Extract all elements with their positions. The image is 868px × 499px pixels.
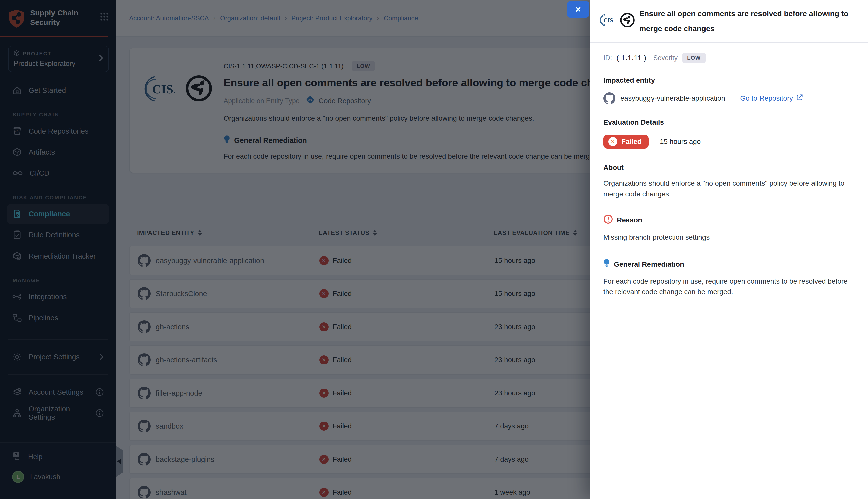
- evaluated-time: 15 hours ago: [660, 137, 701, 146]
- external-link-icon: [796, 94, 803, 103]
- rule-detail-drawer: ✕ CIS Ensure all open comments are resol…: [590, 0, 868, 499]
- about-heading: About: [603, 164, 855, 172]
- about-text: Organizations should enforce a "no open …: [603, 178, 855, 199]
- reason-heading: Reason: [603, 214, 855, 226]
- general-remediation-heading: General Remediation: [603, 259, 855, 270]
- evaluation-status-row: ✕ Failed 15 hours ago: [603, 135, 855, 149]
- failed-status-label: Failed: [622, 137, 642, 146]
- alert-circle-icon: [603, 214, 613, 226]
- evaluation-details-heading: Evaluation Details: [603, 119, 855, 126]
- drawer-body: ID: ( 1.1.11 ) Severity LOW Impacted ent…: [590, 43, 868, 297]
- github-icon: [603, 93, 615, 105]
- failed-circle-x-icon: ✕: [608, 137, 617, 146]
- impacted-entity-name: easybuggy-vulnerable-application: [620, 94, 725, 102]
- impacted-entity-heading: Impacted entity: [603, 76, 855, 84]
- go-to-repository-label: Go to Repository: [740, 94, 793, 102]
- general-remediation-text: For each code repository in use, require…: [603, 276, 855, 297]
- go-to-repository-link[interactable]: Go to Repository: [740, 94, 803, 103]
- failed-status-badge: ✕ Failed: [603, 135, 649, 149]
- bulb-icon: [603, 259, 610, 270]
- owasp-logo-icon: [620, 13, 635, 29]
- severity-label: Severity: [653, 54, 678, 62]
- cis-logo-icon: CIS: [598, 13, 615, 29]
- id-label: ID:: [603, 54, 612, 62]
- general-remediation-label: General Remediation: [614, 260, 684, 268]
- reason-heading-label: Reason: [617, 216, 642, 224]
- svg-text:CIS: CIS: [603, 17, 613, 23]
- close-button[interactable]: ✕: [567, 1, 589, 17]
- id-value: ( 1.1.11 ): [617, 54, 647, 62]
- reason-text: Missing branch protection settings: [603, 232, 855, 243]
- severity-badge: LOW: [682, 53, 706, 63]
- app-window: Supply Chain Security PROJECT Product Ex…: [0, 0, 868, 499]
- drawer-title: Ensure all open comments are resolved be…: [639, 6, 856, 36]
- drawer-header: CIS Ensure all open comments are resolve…: [590, 0, 868, 43]
- impacted-entity-row: easybuggy-vulnerable-application Go to R…: [603, 93, 855, 105]
